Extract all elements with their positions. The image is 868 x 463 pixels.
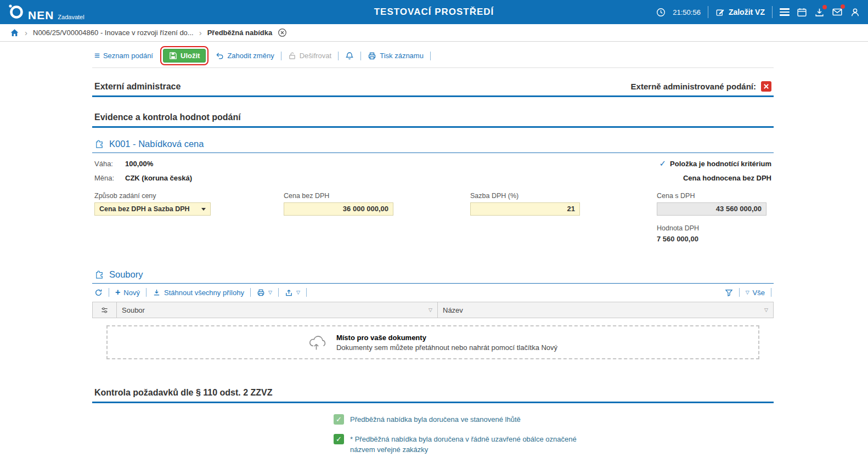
vat-amount-value: 7 560 000,00 [657,235,771,243]
currency-label: Měna: [94,174,117,182]
save-label: Uložit [181,52,200,60]
files-toolbar: + Nový Stáhnout všechny přílohy ▽ ▽ [92,288,774,297]
printer-icon [257,289,265,297]
download-all-label: Stáhnout všechny přílohy [164,289,244,297]
column-header-file[interactable]: Soubor ▽ [117,302,438,318]
price-gross-label: Cena s DPH [657,192,771,200]
filter-caret-icon[interactable]: ▽ [429,307,432,313]
print-menu-button[interactable]: ▽ [257,289,272,297]
puzzle-icon [94,139,105,149]
requirement-row-deadline: ✓ Předběžná nabídka byla doručena ve sta… [334,414,774,425]
printer-icon [368,52,376,60]
checkbox-deadline[interactable]: ✓ [334,414,344,425]
price-mode-label: Způsob zadání ceny [94,192,284,200]
print-record-link[interactable]: Tisk záznamu [368,52,424,60]
breadcrumb: › N006/25/V00004860 - Inovace v rozvoji … [0,24,868,42]
k001-header: K001 - Nabídková cena [92,137,774,153]
k001-currency-row: Měna: CZK (koruna česká) Cena hodnocena … [92,174,774,182]
column-settings-icon [100,306,109,314]
dropzone-title: Místo pro vaše dokumenty [336,334,557,342]
separator [278,288,279,297]
discard-changes-link[interactable]: Zahodit změny [216,52,274,60]
price-mode-value: Cena bez DPH a Sazba DPH [99,205,190,213]
new-file-button[interactable]: + Nový [115,288,140,297]
breadcrumb-item-procurement[interactable]: N006/25/V00004860 - Inovace v rozvoji ří… [33,29,194,37]
save-icon [169,52,177,60]
column-header-name[interactable]: Název ▽ [438,302,774,318]
section-evidence: Evidence a kontrola hodnot podání [92,112,774,128]
divider [708,6,708,18]
environment-title: TESTOVACÍ PROSTŘEDÍ [374,7,494,18]
check-icon: ✓ [336,435,342,443]
profile-icon[interactable] [850,7,860,18]
discard-changes-label: Zahodit změny [227,52,274,60]
filter-icon[interactable] [725,289,733,297]
undo-icon [216,52,224,60]
unlock-icon [288,52,296,60]
separator [739,288,740,297]
check-icon: ✓ [336,415,342,424]
menu-icon[interactable] [780,8,790,16]
files-table: Soubor ▽ Název ▽ [92,302,774,318]
vat-note: Cena hodnocena bez DPH [683,174,771,182]
k001-title: K001 - Nabídková cena [109,139,204,149]
create-vz-button[interactable]: Založit VZ [715,8,765,17]
calendar-icon[interactable] [797,7,807,18]
separator [338,52,339,60]
downloads-icon[interactable] [814,7,825,18]
top-bar: NEN Zadavatel TESTOVACÍ PROSTŘEDÍ 21:50:… [0,0,868,24]
breadcrumb-chevron: › [25,28,27,37]
external-admin-flag-checkbox[interactable] [761,81,771,92]
filter-caret-icon[interactable]: ▽ [764,307,768,313]
edit-icon [715,8,725,17]
weight-label: Váha: [94,160,117,168]
section-title: Kontrola požadavků dle § 110 odst. 2 ZZV… [94,388,273,398]
download-icon [153,289,161,297]
home-icon[interactable] [10,28,19,37]
vat-rate-label: Sazba DPH (%) [470,192,657,200]
close-tab-icon[interactable] [278,28,287,37]
divider [772,6,773,18]
select-caret-icon [201,208,206,211]
price-mode-select[interactable]: Cena bez DPH a Sazba DPH [94,202,211,216]
separator [771,288,771,297]
separator [306,288,307,297]
weight-value: 100,00% [125,160,153,168]
brand-name: NEN [28,9,54,21]
list-submissions-label: Seznam podání [103,52,153,60]
bell-icon [345,52,354,60]
save-button[interactable]: Uložit [163,49,206,63]
section-title: Evidence a kontrola hodnot podání [94,112,241,122]
decrypt-link[interactable]: Dešifrovat [288,52,332,60]
column-header-file-label: Soubor [122,306,145,314]
criterion-note: ✓ Položka je hodnotící kritérium [660,159,772,168]
column-settings-header[interactable] [93,302,117,318]
messages-icon[interactable] [832,7,843,18]
criterion-note-label: Položka je hodnotící kritérium [670,160,771,168]
clock-icon [656,8,666,17]
notification-badge [841,4,845,9]
column-header-name-label: Název [443,306,463,314]
notification-badge [822,5,827,9]
upload-cloud-icon [308,334,328,351]
export-menu-button[interactable]: ▽ [285,289,300,297]
print-record-label: Tisk záznamu [380,52,424,60]
create-vz-label: Založit VZ [729,8,765,16]
download-all-link[interactable]: Stáhnout všechny přílohy [153,289,244,297]
file-dropzone[interactable]: Místo pro vaše dokumenty Dokumenty sem m… [106,325,759,359]
notification-bell-button[interactable] [345,52,354,60]
checkbox-envelope[interactable]: ✓ [334,434,344,444]
brand[interactable]: NEN Zadavatel [8,3,84,21]
files-header: Soubory [92,267,774,284]
requirement-deadline-label: Předběžná nabídka byla doručena ve stano… [350,414,521,425]
list-submissions-link[interactable]: ≡ Seznam podání [94,51,153,60]
currency-value: CZK (koruna česká) [125,174,192,182]
price-net-input[interactable]: 36 000 000,00 [284,202,393,216]
vat-rate-input[interactable]: 21 [470,202,580,216]
decrypt-label: Dešifrovat [300,52,332,60]
refresh-icon[interactable] [94,289,103,297]
view-filter-dropdown[interactable]: ▽ Vše [746,289,765,297]
view-filter-label: Vše [753,289,765,297]
list-icon: ≡ [94,51,100,60]
requirement-envelope-label: * Předběžná nabídka byla doručena v řádn… [350,434,586,455]
